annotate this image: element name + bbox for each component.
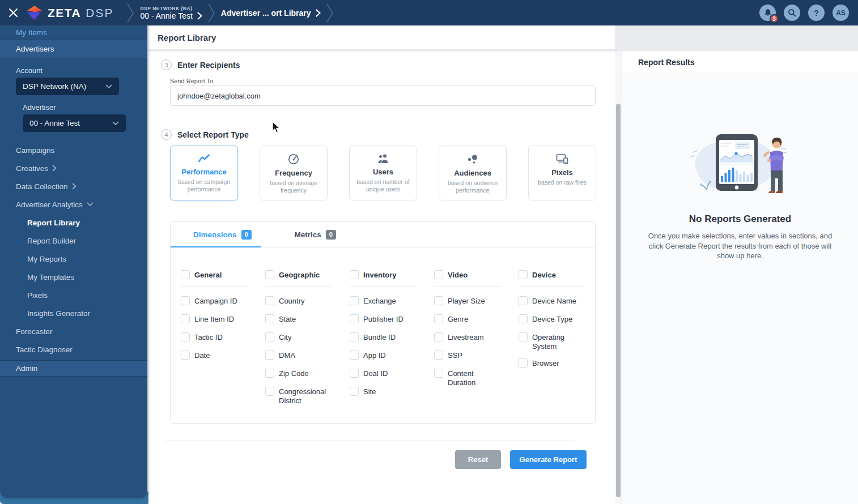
report-type-audiences[interactable]: Audiences based on audience performance bbox=[439, 146, 507, 200]
report-type-pixels[interactable]: Pixels based on raw fires bbox=[528, 146, 596, 200]
send-report-to-input[interactable] bbox=[170, 86, 596, 106]
reset-button[interactable]: Reset bbox=[455, 450, 501, 469]
checkbox[interactable] bbox=[519, 358, 528, 368]
report-type-users[interactable]: Users based on number of unique users bbox=[349, 146, 417, 200]
sidebar-item-report-builder[interactable]: Report Builder bbox=[0, 232, 147, 250]
generate-report-button[interactable]: Generate Report bbox=[510, 450, 587, 469]
notifications-button[interactable]: 3 bbox=[759, 5, 776, 21]
dimension-checkbox-item[interactable]: Device Type bbox=[519, 314, 585, 326]
main-scrollbar-thumb[interactable] bbox=[616, 104, 621, 497]
brand-logo[interactable]: ZETA DSP bbox=[26, 5, 113, 22]
user-avatar[interactable]: AS bbox=[832, 5, 849, 21]
sidebar-item-my-items[interactable]: My Items bbox=[0, 25, 147, 40]
checkbox[interactable] bbox=[350, 369, 359, 378]
checkbox[interactable] bbox=[519, 270, 528, 279]
account-select[interactable]: DSP Network (NA) bbox=[16, 78, 119, 95]
sidebar-item-pixels[interactable]: Pixels bbox=[0, 286, 147, 304]
checkbox[interactable] bbox=[434, 270, 443, 279]
dimension-checkbox-item[interactable]: Zip Code bbox=[265, 369, 332, 380]
dimension-checkbox-item[interactable]: Operating System bbox=[519, 332, 585, 352]
group-checkbox-general[interactable]: General bbox=[181, 270, 248, 287]
nav-label: Forecaster bbox=[16, 327, 53, 336]
checkbox[interactable] bbox=[265, 314, 274, 323]
sidebar-item-advertiser-analytics[interactable]: Advertiser Analytics bbox=[0, 195, 147, 213]
checkbox[interactable] bbox=[519, 296, 528, 305]
group-checkbox-video[interactable]: Video bbox=[434, 270, 501, 287]
dimension-checkbox-item[interactable]: Device Name bbox=[519, 296, 585, 307]
checkbox[interactable] bbox=[181, 296, 190, 305]
dimension-checkbox-item[interactable]: Bundle ID bbox=[350, 332, 417, 344]
checkbox[interactable] bbox=[434, 351, 443, 360]
tab-metrics[interactable]: Metrics 0 bbox=[295, 230, 336, 240]
report-type-performance[interactable]: Performance based on campaign performanc… bbox=[170, 146, 238, 200]
sidebar-item-forecaster[interactable]: Forecaster bbox=[0, 322, 147, 340]
tab-dimensions[interactable]: Dimensions 0 bbox=[193, 230, 252, 240]
checkbox[interactable] bbox=[519, 332, 528, 341]
advertiser-select[interactable]: 00 - Annie Test bbox=[23, 114, 126, 132]
checkbox[interactable] bbox=[181, 314, 190, 323]
checkbox[interactable] bbox=[181, 351, 190, 360]
help-button[interactable]: ? bbox=[808, 5, 825, 21]
breadcrumb-network[interactable]: DSP NETWORK (NA) 00 - Annie Test bbox=[140, 6, 202, 20]
sidebar-item-campaigns[interactable]: Campaigns bbox=[0, 141, 147, 159]
item-label: Country bbox=[279, 296, 305, 306]
checkbox[interactable] bbox=[434, 296, 443, 305]
checkbox[interactable] bbox=[350, 296, 359, 305]
dimension-checkbox-item[interactable]: Genre bbox=[434, 314, 501, 326]
sidebar-item-insights-generator[interactable]: Insights Generator bbox=[0, 304, 147, 322]
sidebar-item-data-collection[interactable]: Data Collection bbox=[0, 177, 147, 195]
dimension-checkbox-item[interactable]: State bbox=[265, 314, 332, 326]
checkbox[interactable] bbox=[434, 314, 443, 323]
dimension-checkbox-item[interactable]: SSP bbox=[434, 351, 501, 362]
sidebar-section-advertisers[interactable]: Advertisers bbox=[0, 40, 147, 58]
sidebar-item-tactic-diagnoser[interactable]: Tactic Diagnoser bbox=[0, 340, 147, 358]
checkbox[interactable] bbox=[265, 296, 274, 305]
chevron-right-icon[interactable] bbox=[316, 9, 321, 17]
group-checkbox-inventory[interactable]: Inventory bbox=[350, 270, 417, 287]
group-checkbox-geographic[interactable]: Geographic bbox=[265, 270, 332, 287]
dimension-checkbox-item[interactable]: Country bbox=[265, 296, 332, 307]
dimension-checkbox-item[interactable]: Deal ID bbox=[350, 369, 417, 380]
checkbox[interactable] bbox=[350, 270, 359, 279]
dimension-checkbox-item[interactable]: Site bbox=[350, 387, 417, 398]
dimension-checkbox-item[interactable]: Livestream bbox=[434, 332, 501, 344]
checkbox[interactable] bbox=[350, 387, 359, 396]
checkbox[interactable] bbox=[350, 314, 359, 323]
checkbox[interactable] bbox=[265, 351, 274, 360]
close-icon[interactable] bbox=[0, 0, 26, 25]
sidebar-item-my-reports[interactable]: My Reports bbox=[0, 250, 147, 268]
checkbox[interactable] bbox=[350, 351, 359, 360]
report-type-frequency[interactable]: Frequency based on average frequency bbox=[260, 146, 328, 200]
checkbox[interactable] bbox=[434, 369, 443, 378]
dimension-checkbox-item[interactable]: Line Item ID bbox=[181, 314, 248, 326]
dimension-checkbox-item[interactable]: Browser bbox=[519, 358, 585, 370]
checkbox[interactable] bbox=[181, 332, 190, 341]
checkbox[interactable] bbox=[181, 270, 190, 279]
search-button[interactable] bbox=[784, 5, 800, 21]
dimension-checkbox-item[interactable]: Date bbox=[181, 351, 248, 362]
checkbox[interactable] bbox=[519, 314, 528, 323]
chevron-right-icon[interactable] bbox=[197, 12, 202, 20]
dimension-checkbox-item[interactable]: Congressional District bbox=[265, 387, 332, 406]
dimension-checkbox-item[interactable]: Publisher ID bbox=[350, 314, 417, 326]
dimension-checkbox-item[interactable]: Tactic ID bbox=[181, 332, 248, 344]
breadcrumb-page[interactable]: Advertiser ... ort Library bbox=[221, 8, 321, 18]
sidebar-section-admin[interactable]: Admin bbox=[0, 360, 147, 377]
sidebar-item-my-templates[interactable]: My Templates bbox=[0, 268, 147, 286]
checkbox[interactable] bbox=[265, 369, 274, 378]
checkbox[interactable] bbox=[265, 332, 274, 341]
checkbox[interactable] bbox=[265, 270, 274, 279]
dimension-checkbox-item[interactable]: Player Size bbox=[434, 296, 501, 307]
dimension-checkbox-item[interactable]: Exchange bbox=[350, 296, 417, 307]
group-checkbox-device[interactable]: Device bbox=[519, 270, 585, 287]
sidebar-item-creatives[interactable]: Creatives bbox=[0, 159, 147, 177]
dimension-checkbox-item[interactable]: Campaign ID bbox=[181, 296, 248, 307]
checkbox[interactable] bbox=[265, 387, 274, 396]
sidebar-item-report-library[interactable]: Report Library bbox=[0, 213, 147, 232]
dimension-checkbox-item[interactable]: Content Duration bbox=[434, 369, 501, 388]
dimension-checkbox-item[interactable]: City bbox=[265, 332, 332, 344]
checkbox[interactable] bbox=[434, 332, 443, 341]
checkbox[interactable] bbox=[350, 332, 359, 341]
dimension-checkbox-item[interactable]: DMA bbox=[265, 351, 332, 362]
dimension-checkbox-item[interactable]: App ID bbox=[350, 351, 417, 362]
